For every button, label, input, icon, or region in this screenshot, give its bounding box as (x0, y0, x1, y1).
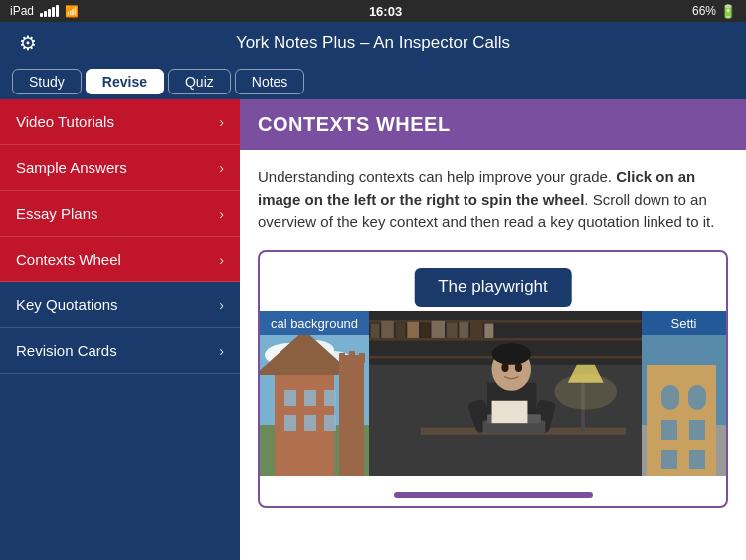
signal-bars-icon (40, 5, 59, 17)
svg-rect-15 (349, 351, 355, 363)
svg-rect-43 (492, 400, 528, 422)
wifi-icon: 📶 (65, 5, 79, 18)
sidebar-label: Sample Answers (16, 159, 127, 176)
svg-rect-51 (661, 420, 677, 440)
sidebar-label: Video Tutorials (16, 113, 114, 130)
sidebar-label: Key Quotations (16, 296, 118, 313)
chevron-icon: › (219, 206, 224, 222)
gear-icon: ⚙ (19, 31, 37, 55)
svg-rect-48 (647, 365, 716, 476)
svg-rect-31 (470, 320, 483, 337)
left-building-svg (260, 335, 369, 476)
playwright-svg (369, 311, 642, 476)
svg-rect-13 (339, 355, 364, 476)
status-bar: iPad 📶 16:03 66% 🔋 (0, 0, 746, 22)
sidebar-item-video-tutorials[interactable]: Video Tutorials › (0, 99, 240, 145)
wheel-right-image[interactable]: Setti (642, 311, 726, 476)
sidebar-item-revision-cards[interactable]: Revision Cards › (0, 328, 240, 374)
svg-rect-26 (407, 321, 419, 337)
status-time: 16:03 (369, 4, 402, 19)
svg-rect-16 (359, 353, 365, 363)
svg-rect-27 (421, 323, 430, 337)
svg-rect-14 (339, 353, 345, 363)
svg-rect-23 (371, 323, 380, 337)
svg-point-37 (501, 363, 508, 372)
header-title: York Notes Plus – An Inspector Calls (236, 33, 510, 53)
svg-rect-30 (459, 321, 468, 337)
content-body: Understanding contexts can help improve … (240, 150, 746, 524)
svg-rect-24 (381, 320, 394, 337)
svg-rect-12 (324, 415, 336, 431)
section-title: CONTEXTS WHEEL (258, 113, 451, 135)
svg-rect-11 (304, 415, 316, 431)
status-right: 66% 🔋 (692, 4, 736, 19)
wheel-images: cal background (260, 311, 726, 476)
gear-button[interactable]: ⚙ (12, 27, 44, 59)
main-layout: Video Tutorials › Sample Answers › Essay… (0, 99, 746, 560)
tab-notes[interactable]: Notes (235, 69, 305, 94)
svg-rect-54 (689, 450, 705, 469)
tab-quiz[interactable]: Quiz (168, 69, 231, 94)
svg-point-36 (492, 343, 531, 365)
svg-rect-29 (447, 322, 458, 337)
wheel-center-label: The playwright (414, 268, 572, 307)
scroll-indicator (394, 492, 593, 498)
tab-study[interactable]: Study (12, 69, 82, 94)
content-header: CONTEXTS WHEEL (240, 99, 746, 150)
svg-rect-20 (369, 337, 642, 340)
contexts-wheel-widget[interactable]: The playwright cal background (258, 250, 728, 508)
svg-rect-28 (432, 320, 445, 337)
wheel-center-image[interactable] (369, 311, 642, 476)
right-image-label: Setti (642, 311, 726, 336)
sidebar-label: Essay Plans (16, 205, 98, 222)
svg-rect-50 (688, 385, 706, 410)
content-area: CONTEXTS WHEEL Understanding contexts ca… (240, 99, 746, 560)
wheel-left-image[interactable]: cal background (260, 311, 369, 476)
chevron-icon: › (219, 343, 224, 359)
svg-rect-25 (396, 322, 406, 337)
svg-rect-53 (661, 450, 677, 469)
chevron-icon: › (219, 297, 224, 313)
right-building-svg (642, 335, 726, 476)
svg-rect-52 (689, 420, 705, 440)
left-image-label: cal background (260, 311, 369, 336)
tab-bar: Study Revise Quiz Notes (0, 64, 746, 99)
sidebar-item-key-quotations[interactable]: Key Quotations › (0, 282, 240, 328)
app-header: ⚙ York Notes Plus – An Inspector Calls (0, 22, 746, 64)
svg-rect-9 (324, 390, 336, 406)
svg-rect-32 (484, 323, 493, 337)
battery-label: 66% (692, 4, 716, 18)
chevron-icon: › (219, 252, 224, 268)
chevron-icon: › (219, 114, 224, 130)
sidebar: Video Tutorials › Sample Answers › Essay… (0, 99, 240, 560)
sidebar-label: Contexts Wheel (16, 251, 121, 268)
svg-rect-8 (304, 390, 316, 406)
sidebar-item-contexts-wheel[interactable]: Contexts Wheel › (0, 237, 240, 282)
sidebar-label: Revision Cards (16, 342, 117, 359)
sidebar-item-essay-plans[interactable]: Essay Plans › (0, 191, 240, 237)
svg-point-46 (554, 373, 617, 409)
svg-rect-49 (661, 385, 679, 410)
description-text: Understanding contexts can help improve … (258, 168, 616, 185)
battery-icon: 🔋 (720, 4, 736, 19)
content-description: Understanding contexts can help improve … (258, 166, 728, 234)
svg-rect-7 (284, 390, 296, 406)
svg-point-38 (515, 363, 522, 372)
device-label: iPad (10, 4, 34, 18)
svg-rect-10 (284, 415, 296, 431)
status-left: iPad 📶 (10, 4, 79, 18)
sidebar-item-sample-answers[interactable]: Sample Answers › (0, 145, 240, 191)
tab-revise[interactable]: Revise (86, 69, 164, 94)
chevron-icon: › (219, 160, 224, 176)
